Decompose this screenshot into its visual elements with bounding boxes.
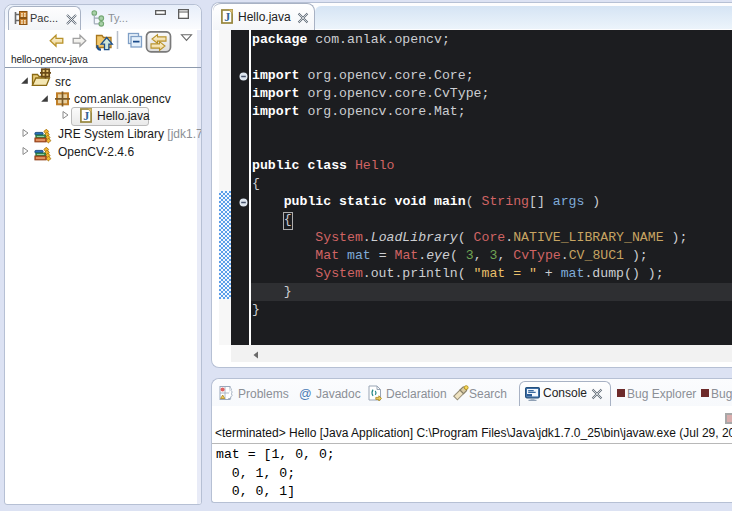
svg-text:J: J (83, 109, 89, 123)
svg-text:J: J (224, 10, 230, 24)
